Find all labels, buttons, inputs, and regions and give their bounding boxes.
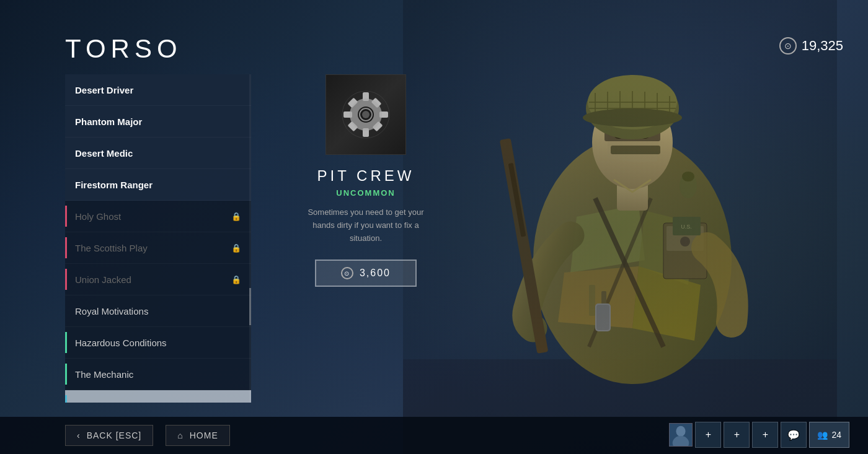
- item-list: Desert DriverPhantom MajorDesert MedicFi…: [65, 74, 251, 403]
- back-chevron-icon: ‹: [77, 430, 81, 440]
- hud-avatar: [669, 423, 693, 447]
- list-item-label-hazardous-conditions: Hazardous Conditions: [75, 338, 167, 348]
- list-item-label-desert-driver: Desert Driver: [75, 85, 133, 95]
- list-item-label-phantom-major: Phantom Major: [75, 116, 142, 127]
- back-label: BACK [ESC]: [87, 430, 142, 440]
- purchase-button[interactable]: ⊙ 3,600: [315, 260, 417, 287]
- list-item-bar-holy-ghost: [65, 206, 67, 227]
- currency-display: ⊙ 19,325: [779, 37, 843, 55]
- plus-icon-2: +: [734, 429, 740, 440]
- svg-point-24: [682, 172, 694, 181]
- home-button[interactable]: ⌂ HOME: [166, 425, 229, 446]
- list-item-label-pit-crew: Pit Crew: [75, 401, 110, 403]
- page-title: TORSO: [65, 34, 182, 64]
- hud-add-1-button[interactable]: +: [695, 422, 721, 448]
- list-item-bar-union-jacked: [65, 269, 67, 290]
- plus-icon-3: +: [763, 429, 768, 440]
- price-coin-icon: ⊙: [341, 267, 353, 279]
- item-list-panel: Desert DriverPhantom MajorDesert MedicFi…: [65, 74, 251, 403]
- svg-point-43: [362, 111, 370, 118]
- list-item-hazardous-conditions[interactable]: Hazardous Conditions: [65, 327, 251, 359]
- list-item-holy-ghost[interactable]: Holy Ghost🔒: [65, 201, 251, 232]
- list-item-phantom-major[interactable]: Phantom Major: [65, 106, 251, 138]
- item-icon-box: [326, 74, 406, 155]
- lock-icon-union-jacked: 🔒: [231, 275, 241, 284]
- list-item-pit-crew[interactable]: Pit Crew: [65, 390, 251, 403]
- detail-panel: PIT CREW UNCOMMON Sometimes you need to …: [279, 74, 453, 287]
- detail-item-name: PIT CREW: [317, 167, 415, 185]
- squad-icon: 👥: [817, 430, 828, 440]
- lock-icon-holy-ghost: 🔒: [231, 212, 241, 221]
- back-button[interactable]: ‹ BACK [ESC]: [65, 425, 153, 446]
- list-item-royal-motivations[interactable]: Royal Motivations: [65, 295, 251, 327]
- hud-add-3-button[interactable]: +: [752, 422, 778, 448]
- list-item-bar-the-mechanic: [65, 364, 67, 385]
- list-item-firestorm-ranger[interactable]: Firestorm Ranger: [65, 169, 251, 201]
- list-item-desert-medic[interactable]: Desert Medic: [65, 138, 251, 169]
- home-icon: ⌂: [177, 430, 183, 440]
- svg-point-45: [676, 426, 686, 437]
- list-item-label-union-jacked: Union Jacked: [75, 274, 131, 285]
- hud-add-2-button[interactable]: +: [724, 422, 750, 448]
- list-scrollbar-thumb[interactable]: [249, 288, 251, 325]
- detail-item-rarity: UNCOMMON: [336, 188, 395, 198]
- bottom-right-hud: + + + 💬 👥 24: [669, 422, 849, 448]
- list-item-label-holy-ghost: Holy Ghost: [75, 211, 121, 222]
- detail-item-description: Sometimes you need to get your hands dir…: [298, 206, 434, 245]
- list-scrollbar[interactable]: [249, 74, 251, 403]
- list-item-the-scottish-play[interactable]: The Scottish Play🔒: [65, 232, 251, 264]
- list-item-label-desert-medic: Desert Medic: [75, 148, 133, 159]
- svg-rect-25: [589, 285, 595, 316]
- list-item-label-firestorm-ranger: Firestorm Ranger: [75, 180, 153, 190]
- hud-chat-button[interactable]: 💬: [781, 422, 807, 448]
- svg-point-22: [583, 108, 682, 127]
- chat-icon: 💬: [787, 429, 800, 441]
- list-item-label-royal-motivations: Royal Motivations: [75, 306, 148, 316]
- svg-text:U.S.: U.S.: [681, 224, 692, 230]
- list-item-desert-driver[interactable]: Desert Driver: [65, 74, 251, 106]
- soldier-illustration: U.S.: [403, 0, 837, 454]
- list-item-label-the-scottish-play: The Scottish Play: [75, 243, 148, 253]
- hud-squad-button[interactable]: 👥 24: [809, 422, 849, 448]
- currency-icon: ⊙: [779, 37, 797, 55]
- list-item-bar-the-scottish-play: [65, 237, 67, 258]
- lock-icon-the-scottish-play: 🔒: [231, 243, 241, 253]
- list-item-bar-pit-crew: [65, 395, 67, 403]
- home-label: HOME: [190, 430, 218, 440]
- item-gear-icon: [341, 90, 391, 139]
- currency-amount: 19,325: [802, 38, 843, 54]
- list-item-label-the-mechanic: The Mechanic: [75, 369, 133, 380]
- svg-point-9: [680, 237, 690, 247]
- squad-count: 24: [831, 430, 841, 440]
- plus-icon: +: [706, 429, 711, 440]
- list-item-bar-hazardous-conditions: [65, 332, 67, 353]
- price-amount: 3,600: [360, 268, 391, 279]
- svg-rect-30: [596, 305, 609, 330]
- svg-rect-17: [611, 146, 660, 154]
- list-item-union-jacked[interactable]: Union Jacked🔒: [65, 264, 251, 295]
- list-item-the-mechanic[interactable]: The Mechanic: [65, 359, 251, 390]
